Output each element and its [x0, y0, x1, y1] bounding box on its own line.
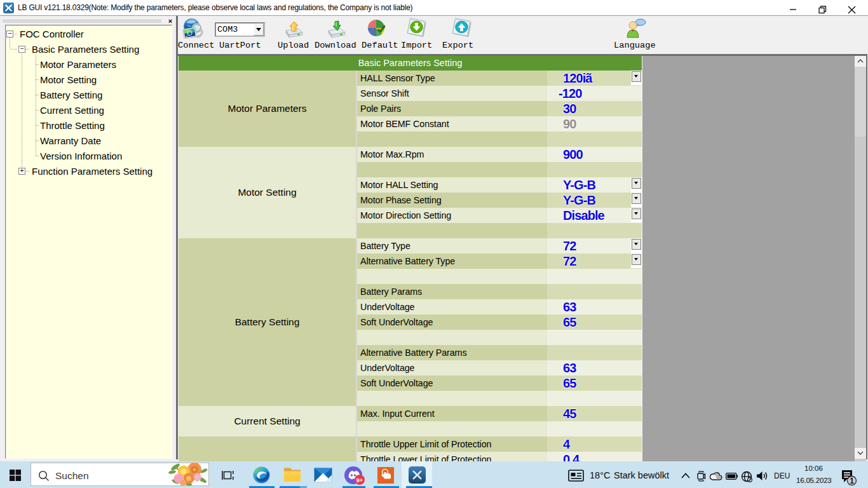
svg-text:9+: 9+ — [356, 477, 363, 484]
svg-text:1: 1 — [850, 477, 854, 485]
